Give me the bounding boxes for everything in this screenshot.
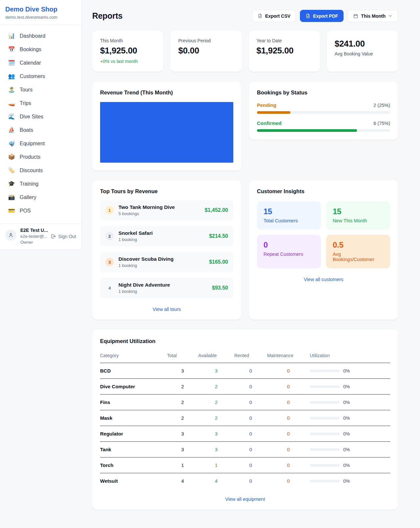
revenue-trend-card: Revenue Trend (This Month) xyxy=(92,82,241,171)
sidebar-item-discounts[interactable]: 🏷️ Discounts xyxy=(3,164,79,177)
tile-label: Avg Bookings/Customer xyxy=(333,252,384,262)
cell-category: Regulator xyxy=(100,426,167,442)
sidebar-item-dashboard[interactable]: 📊 Dashboard xyxy=(3,29,79,43)
sidebar-item-calendar[interactable]: 🗓️ Calendar xyxy=(3,56,79,70)
cell-rented: 0 xyxy=(234,457,267,473)
bookings-calendar-icon: 📅 xyxy=(8,46,15,53)
cell-available: 2 xyxy=(198,410,234,426)
stat-value: $0.00 xyxy=(178,46,234,56)
page-header: Reports Export CSV Export PDF xyxy=(92,10,398,22)
period-dropdown[interactable]: This Month xyxy=(347,10,398,22)
export-csv-button[interactable]: Export CSV xyxy=(252,10,296,22)
island-icon: 🏝️ xyxy=(8,86,15,93)
camera-icon: 📸 xyxy=(8,194,15,201)
table-row: Tank 3 3 0 0 0% xyxy=(100,442,390,457)
calendar-outline-icon xyxy=(353,13,358,19)
sidebar-item-label: Gallery xyxy=(20,194,36,200)
sidebar-item-trips[interactable]: 🚤 Trips xyxy=(3,96,79,110)
sidebar-item-products[interactable]: 📦 Products xyxy=(3,150,79,164)
stat-value: $241.00 xyxy=(335,39,390,49)
cell-utilization: 0% xyxy=(310,457,390,473)
user-name: E2E Test U... xyxy=(20,228,47,233)
wave-icon: 🌊 xyxy=(8,113,15,120)
view-all-equipment-link[interactable]: View all equipment xyxy=(100,497,390,502)
status-count-confirmed: 6 (75%) xyxy=(373,121,390,126)
sidebar-item-boats[interactable]: ⛵ Boats xyxy=(3,123,79,137)
cell-available: 2 xyxy=(198,395,234,410)
utilization-percent: 0% xyxy=(343,416,350,421)
cell-rented: 0 xyxy=(234,410,267,426)
tour-revenue: $93.50 xyxy=(212,285,228,291)
stat-delta: +0% vs last month xyxy=(100,59,156,64)
cell-category: Tank xyxy=(100,442,167,457)
cell-utilization: 0% xyxy=(310,473,390,489)
stat-label: Year to Date xyxy=(257,38,312,43)
table-row: Dive Computer 2 2 0 0 0% xyxy=(100,379,390,395)
sign-out-button[interactable]: Sign Out xyxy=(51,234,76,239)
tour-revenue: $1,452.00 xyxy=(205,207,228,213)
stat-cards: This Month $1,925.00 +0% vs last month P… xyxy=(92,31,398,72)
sidebar-item-label: Bookings xyxy=(20,47,41,52)
table-header-row: Category Total Available Rented Maintena… xyxy=(100,349,390,363)
sidebar-item-customers[interactable]: 👥 Customers xyxy=(3,70,79,83)
equipment-utilization-card: Equipment Utilization Category Total Ava… xyxy=(92,330,398,510)
sidebar-item-label: Boats xyxy=(20,127,33,133)
sidebar-item-dive-sites[interactable]: 🌊 Dive Sites xyxy=(3,110,79,123)
col-header-utilization: Utilization xyxy=(310,349,390,363)
cell-available: 3 xyxy=(198,426,234,442)
table-row: Wetsuit 4 4 0 0 0% xyxy=(100,473,390,489)
user-email: e2e-tester@... xyxy=(20,234,47,239)
sidebar-item-label: POS xyxy=(20,208,31,214)
equipment-table: Category Total Available Rented Maintena… xyxy=(100,349,390,489)
status-label-pending: Pending xyxy=(257,102,276,108)
export-pdf-button[interactable]: Export PDF xyxy=(300,10,344,22)
tile-avg-bookings-per-customer: 0.5 Avg Bookings/Customer xyxy=(326,235,390,268)
customer-insights-card: Customer Insights 15 Total Customers 15 … xyxy=(249,180,398,320)
top-tours-title: Top Tours by Revenue xyxy=(100,188,233,194)
stat-card-previous-period: Previous Period $0.00 xyxy=(170,31,242,72)
tile-label: New This Month xyxy=(333,218,384,223)
sidebar-item-bookings[interactable]: 📅 Bookings xyxy=(3,43,79,56)
cell-total: 2 xyxy=(167,395,198,410)
sidebar-item-pos[interactable]: 💳 POS xyxy=(3,204,79,217)
utilization-percent: 0% xyxy=(343,431,350,437)
cell-rented: 0 xyxy=(234,426,267,442)
cell-total: 3 xyxy=(167,363,198,379)
bookings-by-status-title: Bookings by Status xyxy=(257,90,390,96)
cell-category: Dive Computer xyxy=(100,379,167,395)
sidebar-item-gallery[interactable]: 📸 Gallery xyxy=(3,191,79,204)
rank-badge: 4 xyxy=(105,284,114,292)
sidebar-item-equipment[interactable]: 🤿 Equipment xyxy=(3,137,79,150)
export-pdf-label: Export PDF xyxy=(313,13,338,19)
customers-icon: 👥 xyxy=(8,73,15,80)
utilization-track xyxy=(310,480,340,482)
sidebar: Demo Dive Shop demo.test.divestreams.com… xyxy=(0,0,82,250)
table-row: Mask 2 2 0 0 0% xyxy=(100,410,390,426)
cell-maintenance: 0 xyxy=(267,473,310,489)
stat-label: Avg Booking Value xyxy=(335,51,390,56)
col-header-available: Available xyxy=(198,349,234,363)
tour-name: Night Dive Adventure xyxy=(118,282,207,288)
rank-badge: 1 xyxy=(105,206,114,214)
chevron-down-icon xyxy=(388,14,392,18)
sidebar-item-training[interactable]: 🎓 Training xyxy=(3,177,79,191)
cell-maintenance: 0 xyxy=(267,395,310,410)
sidebar-item-tours[interactable]: 🏝️ Tours xyxy=(3,83,79,96)
cell-total: 3 xyxy=(167,442,198,457)
cell-available: 3 xyxy=(198,442,234,457)
cell-maintenance: 0 xyxy=(267,426,310,442)
col-header-category: Category xyxy=(100,349,167,363)
period-selected-label: This Month xyxy=(361,13,386,19)
view-all-tours-link[interactable]: View all tours xyxy=(100,307,233,312)
table-row: Regulator 3 3 0 0 0% xyxy=(100,426,390,442)
utilization-track xyxy=(310,417,340,419)
sidebar-item-label: Tours xyxy=(20,87,32,93)
utilization-percent: 0% xyxy=(343,478,350,484)
file-export-icon xyxy=(305,13,310,18)
view-all-customers-link[interactable]: View all customers xyxy=(257,277,390,282)
user-meta: E2E Test U... e2e-tester@... Owner xyxy=(20,228,47,245)
sign-out-label: Sign Out xyxy=(58,234,76,239)
stat-label: This Month xyxy=(100,38,156,43)
sidebar-item-label: Training xyxy=(20,181,38,187)
person-icon xyxy=(8,232,14,238)
